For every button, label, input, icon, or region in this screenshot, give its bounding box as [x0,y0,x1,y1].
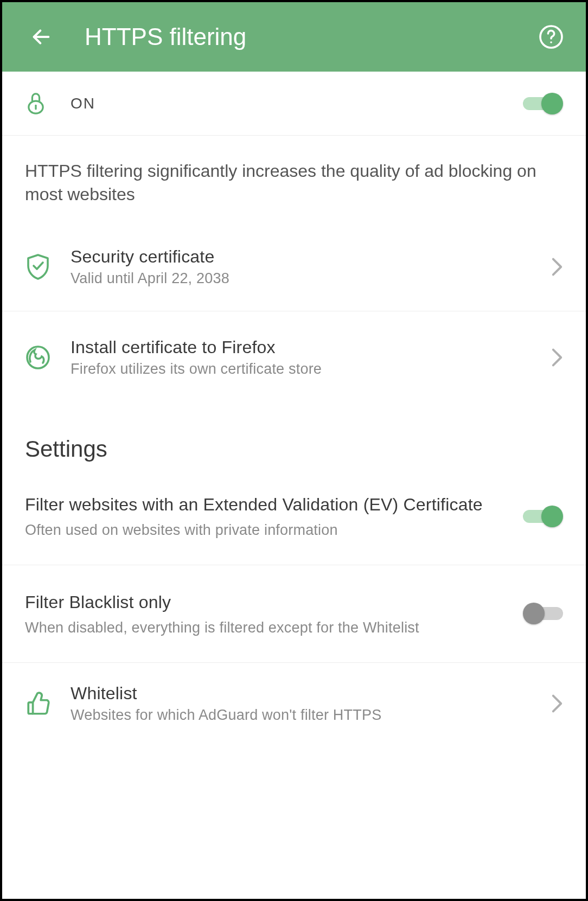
certificate-title: Security certificate [71,247,520,267]
help-button[interactable] [538,24,564,50]
firefox-title: Install certificate to Firefox [71,337,520,357]
description-text: HTTPS filtering significantly increases … [25,159,563,206]
blacklist-subtitle: When disabled, everything is filtered ex… [25,619,509,636]
ev-title: Filter websites with an Extended Validat… [25,494,509,516]
firefox-icon [25,344,51,370]
certificate-subtitle: Valid until April 22, 2038 [71,270,520,287]
ev-filter-row[interactable]: Filter websites with an Extended Validat… [2,468,586,565]
blacklist-row[interactable]: Filter Blacklist only When disabled, eve… [2,565,586,663]
chevron-right-icon [551,348,563,367]
whitelist-subtitle: Websites for which AdGuard won't filter … [71,707,520,724]
blacklist-title: Filter Blacklist only [25,591,509,614]
status-row[interactable]: ON [2,72,586,136]
install-firefox-row[interactable]: Install certificate to Firefox Firefox u… [2,311,586,404]
security-certificate-row[interactable]: Security certificate Valid until April 2… [2,222,586,311]
firefox-subtitle: Firefox utilizes its own certificate sto… [71,361,520,378]
ev-toggle[interactable] [523,506,563,527]
app-header: HTTPS filtering [2,2,586,72]
svg-point-2 [550,41,552,43]
settings-header: Settings [25,436,563,462]
chevron-right-icon [551,694,563,713]
lock-icon [25,91,47,116]
shield-check-icon [25,253,51,281]
arrow-left-icon [30,26,52,48]
status-toggle[interactable] [523,93,563,114]
help-circle-icon [538,24,564,50]
blacklist-toggle[interactable] [523,603,563,624]
whitelist-row[interactable]: Whitelist Websites for which AdGuard won… [2,663,586,744]
back-button[interactable] [28,24,54,50]
whitelist-title: Whitelist [71,683,520,704]
chevron-right-icon [551,257,563,277]
settings-header-row: Settings [2,404,586,468]
status-label: ON [71,95,520,112]
page-title: HTTPS filtering [85,23,538,50]
ev-subtitle: Often used on websites with private info… [25,522,509,539]
thumbs-up-icon [25,690,52,717]
description-row: HTTPS filtering significantly increases … [2,136,586,222]
